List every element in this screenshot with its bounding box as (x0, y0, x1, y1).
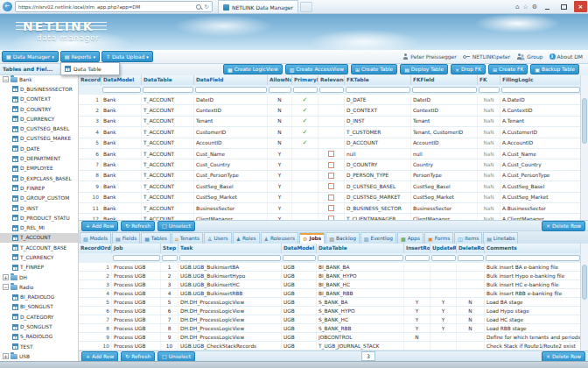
relevance-checkbox[interactable] (328, 162, 334, 168)
close-button[interactable]: × (574, 1, 587, 12)
tree-item-d-rel-mi[interactable]: D_REL_MI (0, 223, 78, 232)
new-tab-button[interactable] (300, 2, 312, 12)
filter-filinglogic[interactable] (501, 87, 580, 93)
unselect-button[interactable]: □ Unselect (158, 221, 195, 231)
filter-deleterow[interactable] (458, 255, 484, 261)
column-header-primaryke[interactable]: PrimaryKe (292, 75, 318, 85)
tree-item-d-songlist[interactable]: D_SONGLIST (0, 322, 78, 331)
column-header-datamodel[interactable]: DataModel (102, 75, 142, 85)
tree-item-t-currency[interactable]: T_CURRENCY (0, 252, 78, 262)
menu-right-about-dm[interactable]: About DM (550, 53, 583, 60)
address-bar[interactable]: https://nlsrv02.netlink.local/xlm_app.ph… (15, 1, 213, 12)
menu-button-reports[interactable]: ▤Reports▾ (60, 51, 100, 62)
home-icon[interactable]: ⌂ (515, 4, 519, 11)
search-icon[interactable] (196, 4, 202, 10)
column-header-relevanc[interactable]: Relevanc (318, 75, 345, 85)
toolbar-create-fk-button[interactable]: ⊞Create FK (488, 64, 528, 74)
tree-item-bank[interactable]: −Bank (0, 74, 78, 84)
filter-primaryke[interactable] (293, 87, 318, 93)
table-row[interactable]: 3Process UGB3UGB.UGB_BulkinsertHCUGBBI_B… (79, 280, 581, 289)
table-row[interactable]: 4BankT_ACCOUNTCustomerIDN✓T_CUSTOMERTena… (79, 127, 581, 138)
column-header-datatable[interactable]: DataTable (317, 244, 404, 253)
column-header-allownu[interactable]: AllowNu (268, 75, 292, 85)
add-row-button[interactable]: + Add Row (81, 221, 118, 231)
table-row[interactable]: 3BankT_ACCOUNTTenantN✓D_INSTTenantNaNA.T… (79, 117, 581, 127)
column-header-datamodel[interactable]: DataModel (282, 244, 317, 253)
minimize-button[interactable] (541, 1, 554, 12)
filter-relevanc[interactable] (319, 87, 344, 93)
filter-datafield[interactable] (195, 87, 267, 93)
menu-button-data-upload[interactable]: ⇧Data Upload▾ (102, 51, 153, 62)
favorites-star-icon[interactable]: ☆ (522, 4, 528, 11)
add-row-button[interactable]: + Add Row (81, 351, 118, 362)
filter-fk[interactable] (479, 87, 500, 93)
filter-datamodel[interactable] (102, 87, 141, 93)
relevance-checkbox[interactable] (328, 183, 334, 189)
expander-icon[interactable]: − (3, 284, 9, 290)
tab-forms[interactable]: ▣Forms (424, 232, 453, 244)
maximize-button[interactable] (557, 1, 570, 12)
table-row[interactable]: 9BankT_ACCOUNTCustSeg_BaselYD_CUSTSEG_BA… (79, 181, 581, 192)
tab-apps[interactable]: ▩Apps (397, 232, 424, 244)
scrollbar-thumb[interactable] (582, 265, 587, 300)
tree-item-d-custseg-marke[interactable]: D_CUSTSEG_MARKE (0, 134, 78, 144)
tab-eventlog[interactable]: ▥Eventlog (360, 232, 396, 244)
expander-icon[interactable]: − (3, 76, 9, 82)
tab-items[interactable]: ◫Items (454, 232, 482, 244)
table-row[interactable]: 7Process UGB7DH.DH_ProcessLogicViewUGBS_… (79, 315, 581, 324)
toolbar-create-logicview-button[interactable]: ▦Create LogicView (223, 64, 283, 74)
expander-icon[interactable]: + (3, 274, 9, 280)
tree-item-usb[interactable]: +USB (0, 351, 78, 361)
tree-item-d-custseg-basel[interactable]: D_CUSTSEG_BASEL (0, 124, 78, 133)
menu-item-data-table[interactable]: Data Table (61, 63, 119, 74)
bottom-grid-scrollbar[interactable] (580, 244, 588, 350)
tab-fields[interactable]: ▤Fields (112, 232, 140, 244)
top-grid-scrollbar[interactable] (580, 75, 588, 220)
tree-item-t-account-base[interactable]: T_ACCOUNT_BASE (0, 243, 78, 252)
tab-linetabs[interactable]: ▤Linetabs (483, 232, 518, 244)
filter-datamodel[interactable] (283, 255, 316, 261)
table-row[interactable]: 8Process UGB8DH.DH_ProcessLogicViewUGBS_… (79, 324, 581, 333)
unselect-button[interactable]: □ Unselect (158, 351, 195, 362)
column-header-comments[interactable]: Comments (485, 244, 581, 253)
column-header-fkfield[interactable]: FKField (411, 75, 478, 85)
table-row[interactable]: 11BankT_ACCOUNTBusinessSectorYD_BUSINESS… (79, 203, 581, 214)
filter-insertrows[interactable] (405, 255, 430, 261)
tree-item-d-product-statu[interactable]: D_PRODUCT_STATU (0, 213, 78, 223)
refresh-button[interactable]: ↻ Refresh (121, 221, 155, 231)
filter-datatable[interactable] (318, 255, 403, 261)
table-row[interactable]: 7BankT_ACCOUNTCust_CountryYD_COUNTRYCoun… (79, 159, 581, 170)
tree-item-d-currency[interactable]: D_CURRENCY (0, 114, 78, 124)
column-header-fktable[interactable]: FKTable (345, 75, 411, 85)
tree-item-d-expclass-basel[interactable]: D_EXPCLASS_BASEL (0, 173, 78, 183)
tab-models[interactable]: ▧Models (80, 232, 111, 244)
filter-task[interactable] (179, 255, 281, 261)
filter-allownu[interactable] (269, 87, 291, 93)
tree-item-d-businesssector[interactable]: D_BUSINESSSECTOR (0, 84, 78, 94)
menu-right-netlink-peter[interactable]: NETLINK\peter (463, 53, 511, 60)
filter-datatable[interactable] (143, 87, 193, 93)
scrollbar-thumb[interactable] (582, 98, 587, 144)
table-row[interactable]: 6BankT_ACCOUNTCust_NameYnullnullNaNA.Cus… (79, 149, 581, 159)
toolbar-create-accessview-button[interactable]: ▥Create AccessView (285, 64, 348, 74)
column-header-step[interactable]: Step (161, 244, 178, 253)
column-header-recordorder[interactable]: RecordOrder (79, 244, 112, 253)
table-row[interactable]: 6Process UGB6DH.DH_ProcessLogicViewUGBS_… (79, 307, 581, 315)
tree-item-d-inst[interactable]: D_INST (0, 203, 78, 213)
table-row[interactable]: 10BankT_ACCOUNTCustSeg_MarketYD_CUSTSEG_… (79, 193, 581, 203)
column-header-datatable[interactable]: DataTable (142, 75, 194, 85)
filter-step[interactable] (162, 255, 178, 261)
tree-item-d-employee[interactable]: D_EMPLOYEE (0, 164, 78, 173)
tab-jobs[interactable]: ⚙Jobs (299, 232, 325, 244)
menu-right-group[interactable]: Group (516, 53, 542, 60)
tab-tenants[interactable]: ⌂Tenants (172, 232, 203, 244)
filter-updaterow[interactable] (431, 255, 456, 261)
tree-item-bi-radiolog[interactable]: BI_RADIOLOG (0, 293, 78, 302)
column-header-filinglogic[interactable]: FilingLogic (500, 75, 581, 85)
tree-item-dh[interactable]: +DH (0, 272, 78, 282)
tree-item-radio[interactable]: −Radio (0, 282, 78, 292)
tree-item-d-department[interactable]: D_DEPARTMENT (0, 153, 78, 163)
refresh-icon[interactable]: ↻ (205, 4, 209, 11)
filter-fktable[interactable] (346, 87, 410, 93)
table-row[interactable]: 4Process UGB4UGB.UGB_BulkinsertRBBUGBBI_… (79, 289, 581, 298)
